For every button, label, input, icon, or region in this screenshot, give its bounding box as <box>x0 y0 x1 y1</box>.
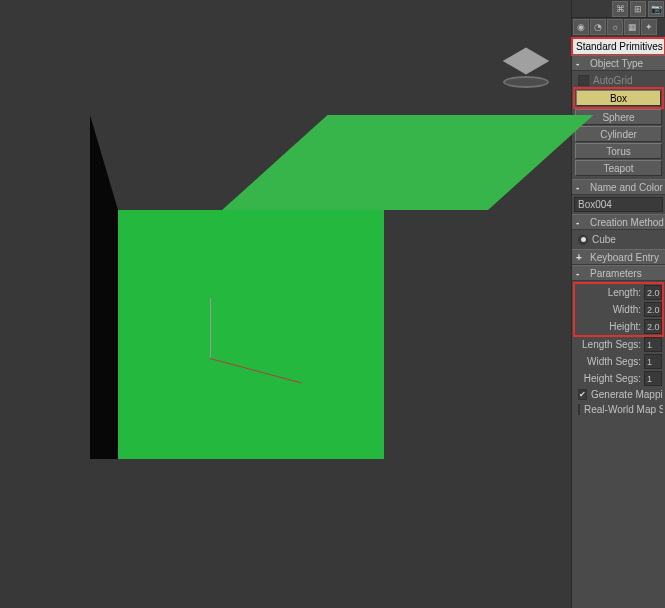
cameras-icon[interactable]: ▦ <box>624 19 640 35</box>
object-name-input[interactable]: Box004 <box>574 197 663 212</box>
autogrid-checkbox[interactable]: AutoGrid <box>574 73 663 88</box>
rollout-object-type[interactable]: -Object Type <box>572 55 665 71</box>
viewcube[interactable] <box>501 40 551 90</box>
viewcube-face[interactable] <box>503 48 550 75</box>
generate-mapping-checkbox[interactable]: ✔Generate Mapping Coords. <box>574 387 663 402</box>
shapes-icon[interactable]: ◔ <box>590 19 606 35</box>
command-panel: ⌘ ⊞ 📷 ◉ ◔ ☼ ▦ ✦ Standard Primitives ▼ -O… <box>571 0 665 608</box>
cube-radio[interactable]: Cube <box>574 232 663 247</box>
rollout-name-color[interactable]: -Name and Color <box>572 179 665 195</box>
rollout-creation[interactable]: -Creation Method <box>572 214 665 230</box>
viewport[interactable] <box>0 0 571 608</box>
width-segs-input[interactable]: 1 <box>644 354 662 369</box>
cylinder-button[interactable]: Cylinder <box>575 126 662 142</box>
length-segs-input[interactable]: 1 <box>644 337 662 352</box>
lights-icon[interactable]: ☼ <box>607 19 623 35</box>
link-icon[interactable]: ⌘ <box>612 1 628 17</box>
dropdown-label: Standard Primitives <box>576 41 663 52</box>
main-toolbar: ⌘ ⊞ 📷 <box>572 0 665 18</box>
teapot-button[interactable]: Teapot <box>575 160 662 176</box>
schematic-icon[interactable]: ⊞ <box>630 1 646 17</box>
viewcube-ring[interactable] <box>503 76 549 88</box>
width-input[interactable]: 2.0 <box>644 302 662 317</box>
height-input[interactable]: 2.0 <box>644 319 662 334</box>
torus-button[interactable]: Torus <box>575 143 662 159</box>
rollout-keyboard[interactable]: +Keyboard Entry <box>572 249 665 265</box>
box-button[interactable]: Box <box>576 90 661 106</box>
category-tabs: ◉ ◔ ☼ ▦ ✦ <box>572 18 665 38</box>
length-input[interactable]: 2.0 <box>644 285 662 300</box>
camera-icon[interactable]: 📷 <box>648 1 664 17</box>
primitive-type-dropdown[interactable]: Standard Primitives ▼ <box>572 38 665 55</box>
height-segs-input[interactable]: 1 <box>644 371 662 386</box>
real-world-checkbox[interactable]: Real-World Map Size <box>574 402 663 417</box>
rollout-parameters[interactable]: -Parameters <box>572 265 665 281</box>
geometry-icon[interactable]: ◉ <box>573 19 589 35</box>
helpers-icon[interactable]: ✦ <box>641 19 657 35</box>
